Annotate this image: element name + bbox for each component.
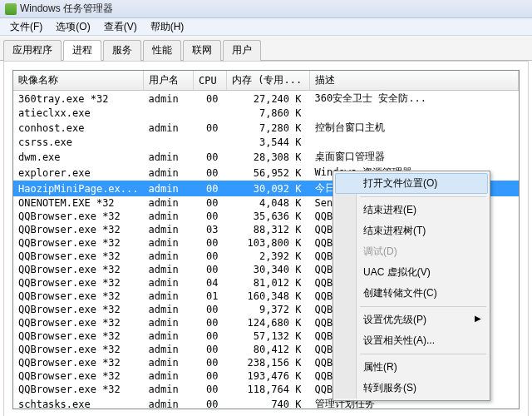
cell: 56,952 K [227, 165, 310, 181]
app-icon [5, 3, 17, 15]
menu-options[interactable]: 选项(O) [49, 18, 96, 36]
cell: 7,860 K [227, 106, 310, 120]
tab-1[interactable]: 进程 [63, 40, 101, 61]
tab-2[interactable]: 服务 [103, 40, 141, 61]
cell: atieclxx.exe [13, 106, 144, 120]
column-header[interactable]: 用户名 [144, 71, 194, 91]
cell: 04 [194, 276, 227, 290]
cell: 360tray.exe *32 [13, 91, 144, 107]
cell: admin [144, 165, 194, 181]
cell: 103,800 K [227, 236, 310, 250]
cell: 桌面窗口管理器 [310, 149, 519, 165]
cell: 3,544 K [227, 136, 310, 149]
cell: admin [144, 210, 194, 223]
context-menu-item[interactable]: 打开文件位置(O) [335, 173, 488, 194]
cell: 00 [194, 181, 227, 196]
cell: 27,240 K [227, 91, 310, 107]
cell: 2,392 K [227, 250, 310, 263]
cell: admin [144, 369, 194, 383]
cell: csrss.exe [13, 136, 144, 149]
cell: 238,156 K [227, 356, 310, 369]
cell: HaozipMiniPage.ex... [13, 181, 144, 196]
cell: 03 [194, 223, 227, 236]
table-row[interactable]: conhost.exeadmin007,280 K控制台窗口主机 [13, 120, 519, 136]
submenu-arrow-icon: ▶ [475, 314, 481, 323]
table-row[interactable]: dwm.exeadmin0028,308 K桌面窗口管理器 [13, 149, 519, 165]
menu-file[interactable]: 文件(F) [3, 18, 49, 36]
context-menu-separator [360, 354, 486, 354]
menu-help[interactable]: 帮助(H) [144, 18, 191, 36]
table-row[interactable]: 360tray.exe *32admin0027,240 K360安全卫士 安全… [13, 91, 519, 107]
cell: admin [144, 263, 194, 276]
context-menu: 打开文件位置(O)结束进程(E)结束进程树(T)调试(D)UAC 虚拟化(V)创… [332, 171, 490, 401]
menubar: 文件(F) 选项(O) 查看(V) 帮助(H) [0, 18, 532, 36]
cell: 57,132 K [227, 329, 310, 343]
cell: admin [144, 343, 194, 356]
cell: 35,636 K [227, 210, 310, 223]
cell: admin [144, 91, 194, 107]
cell: admin [144, 196, 194, 210]
cell: QQBrowser.exe *32 [13, 369, 144, 383]
cell: 00 [194, 250, 227, 263]
context-menu-item[interactable]: 设置优先级(P)▶ [335, 310, 488, 330]
cell: admin [144, 290, 194, 303]
cell [310, 106, 519, 120]
menu-view[interactable]: 查看(V) [97, 18, 144, 36]
cell: 118,764 K [227, 383, 310, 396]
cell: 00 [194, 396, 227, 409]
column-header[interactable]: CPU [194, 71, 227, 91]
cell: 00 [194, 91, 227, 107]
cell: 7,280 K [227, 120, 310, 136]
cell: dwm.exe [13, 149, 144, 165]
cell: admin [144, 149, 194, 165]
cell: admin [144, 250, 194, 263]
cell: schtasks.exe [13, 396, 144, 409]
cell: ONENOTEM.EXE *32 [13, 196, 144, 210]
context-menu-item[interactable]: 转到服务(S) [335, 378, 488, 399]
tab-5[interactable]: 用户 [223, 40, 261, 61]
cell: QQBrowser.exe *32 [13, 276, 144, 290]
cell: admin [144, 276, 194, 290]
tab-0[interactable]: 应用程序 [3, 40, 62, 61]
cell: QQBrowser.exe *32 [13, 210, 144, 223]
cell: 00 [194, 236, 227, 250]
cell: 9,372 K [227, 303, 310, 316]
table-row[interactable]: atieclxx.exe7,860 K [13, 106, 519, 120]
cell: 88,312 K [227, 223, 310, 236]
context-menu-item[interactable]: 创建转储文件(C) [335, 283, 488, 304]
cell: QQBrowser.exe *32 [13, 263, 144, 276]
cell: admin [144, 181, 194, 196]
cell: 00 [194, 343, 227, 356]
cell [310, 136, 519, 149]
cell: QQBrowser.exe *32 [13, 343, 144, 356]
cell: QQBrowser.exe *32 [13, 250, 144, 263]
cell: QQBrowser.exe *32 [13, 223, 144, 236]
cell: admin [144, 236, 194, 250]
cell: QQBrowser.exe *32 [13, 316, 144, 329]
cell: 00 [194, 383, 227, 396]
cell: 160,348 K [227, 290, 310, 303]
cell: admin [144, 120, 194, 136]
cell: 28,308 K [227, 149, 310, 165]
context-menu-item[interactable]: 属性(R) [335, 357, 488, 378]
context-menu-item[interactable]: 结束进程(E) [335, 200, 488, 220]
column-header[interactable]: 映像名称 [13, 71, 144, 91]
tab-4[interactable]: 联网 [183, 40, 221, 61]
context-menu-item[interactable]: 结束进程树(T) [335, 220, 488, 241]
cell: 124,680 K [227, 316, 310, 329]
cell: 30,340 K [227, 263, 310, 276]
cell [194, 106, 227, 120]
column-header[interactable]: 内存 (专用... [227, 71, 310, 91]
tab-3[interactable]: 性能 [143, 40, 181, 61]
cell: 81,012 K [227, 276, 310, 290]
column-header[interactable]: 描述 [310, 71, 519, 91]
cell: admin [144, 329, 194, 343]
cell: QQBrowser.exe *32 [13, 329, 144, 343]
cell: QQBrowser.exe *32 [13, 236, 144, 250]
table-row[interactable]: csrss.exe3,544 K [13, 136, 519, 149]
context-menu-item[interactable]: 设置相关性(A)... [335, 330, 488, 351]
context-menu-item[interactable]: UAC 虚拟化(V) [335, 262, 488, 283]
cell: admin [144, 396, 194, 409]
cell: QQBrowser.exe *32 [13, 290, 144, 303]
cell: QQBrowser.exe *32 [13, 356, 144, 369]
